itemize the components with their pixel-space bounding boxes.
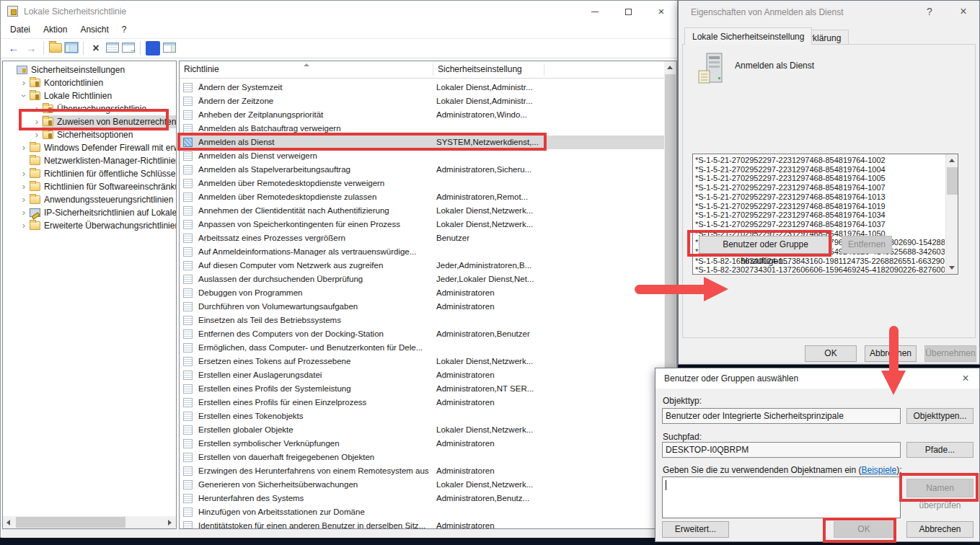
policy-row[interactable]: Hinzufügen von Arbeitsstationen zur Domä… — [180, 505, 664, 519]
chevron-right-icon[interactable]: › — [19, 76, 29, 89]
help-icon[interactable] — [146, 41, 160, 56]
menu-item-datei[interactable]: Datei — [4, 22, 37, 37]
ok-button[interactable]: OK — [805, 345, 857, 362]
tree-item[interactable]: Sicherheitseinstellungen — [3, 63, 176, 76]
policy-row[interactable]: Anmelden als StapelverarbeitungsauftragA… — [180, 163, 664, 177]
policy-row[interactable]: Ändern der ZeitzoneLokaler Dienst,Admini… — [180, 94, 664, 108]
scroll-up-button[interactable] — [946, 154, 958, 167]
policy-row[interactable]: Ändern der SystemzeitLokaler Dienst,Admi… — [180, 81, 664, 94]
close-button[interactable]: × — [955, 368, 976, 389]
sid-item[interactable]: *S-1-5-21-2702952297-2231297468-85481976… — [695, 183, 945, 192]
paths-button[interactable]: Pfade... — [906, 442, 974, 458]
minimize-button[interactable] — [578, 1, 612, 22]
policy-row[interactable]: Erstellen eines Tokenobjekts — [180, 409, 664, 423]
remove-button[interactable]: Entfernen — [842, 236, 892, 254]
back-icon[interactable]: ← — [6, 41, 21, 56]
sid-item[interactable]: *S-1-5-21-2702952297-2231297468-85481976… — [695, 202, 945, 211]
policy-row[interactable]: Ermöglichen, dass Computer- und Benutzer… — [180, 341, 664, 355]
chevron-down-icon[interactable]: › — [17, 91, 30, 101]
policy-row[interactable]: Anheben der ZeitplanungsprioritätAdminis… — [180, 108, 664, 122]
sid-item[interactable]: *S-1-5-82-2302734301-1372606606-15964692… — [695, 265, 945, 274]
policy-row[interactable]: Auf diesen Computer vom Netzwerk aus zug… — [180, 259, 664, 272]
menu-item-help[interactable]: ? — [115, 22, 133, 37]
help-button[interactable]: ? — [919, 1, 940, 22]
policy-row[interactable]: Anpassen von Speicherkontingenten für ei… — [180, 218, 664, 231]
sid-item[interactable]: *S-1-5-21-2702952297-2231297468-85481976… — [695, 156, 945, 165]
policy-row[interactable]: Erzwingen des Herunterfahrens von einem … — [180, 464, 664, 478]
column-divider[interactable] — [433, 63, 433, 76]
chevron-right-icon[interactable]: › — [19, 141, 29, 154]
policy-row[interactable]: Auslassen der durchsuchenden Überprüfung… — [180, 272, 664, 286]
forward-icon[interactable]: → — [24, 41, 38, 56]
cancel-button[interactable]: Abbrechen — [906, 521, 974, 538]
sid-item[interactable]: *S-1-5-21-2702952297-2231297468-85481976… — [695, 220, 945, 229]
tree-item[interactable]: ›Windows Defender Firewall mit erweit — [3, 141, 176, 154]
sid-item[interactable]: *S-1-5-21-2702952297-2231297468-85481976… — [695, 211, 945, 220]
policy-row[interactable]: Erstellen eines Profils der Systemleistu… — [180, 382, 664, 396]
policy-row[interactable]: Annehmen der Clientidentität nach Authen… — [180, 204, 664, 218]
scroll-left-button[interactable] — [3, 516, 15, 528]
policy-row[interactable]: Debuggen von ProgrammenAdministratoren — [180, 286, 664, 300]
tree-item[interactable]: Netzwerklisten-Manager-Richtlinien — [3, 154, 176, 167]
console-tree-icon[interactable] — [65, 43, 78, 53]
policy-row[interactable]: Auf Anmeldeinformations-Manager als vert… — [180, 245, 664, 259]
tree-item[interactable]: ›IP-Sicherheitsrichtlinien auf Lokaler C — [3, 206, 176, 219]
policy-row[interactable]: Anmelden über Remotedesktopdienste zulas… — [180, 190, 664, 204]
chevron-right-icon[interactable]: › — [19, 167, 29, 180]
export-list-icon[interactable] — [122, 43, 135, 53]
policy-row[interactable]: Durchführen von VolumewartungsaufgabenAd… — [180, 300, 664, 314]
scrollbar-thumb[interactable] — [16, 517, 125, 528]
tree-item[interactable]: ›Richtlinien für öffentliche Schlüssel — [3, 167, 176, 180]
object-types-button[interactable]: Objekttypen... — [906, 408, 974, 424]
sid-item[interactable]: *S-1-5-21-2702952297-2231297468-85481976… — [695, 174, 945, 183]
policy-row[interactable]: Erstellen einer AuslagerungsdateiAdminis… — [180, 368, 664, 382]
chevron-right-icon[interactable]: › — [19, 180, 29, 193]
policy-row[interactable]: Erstellen eines Profils für einen Einzel… — [180, 396, 664, 409]
tree-item[interactable]: ›Kontorichtlinien — [3, 76, 176, 89]
policy-row[interactable]: Arbeitssatz eines Prozesses vergrößernBe… — [180, 231, 664, 245]
policy-row[interactable]: Entfernen des Computers von der Docking-… — [180, 327, 664, 341]
tree-item[interactable]: ›Lokale Richtlinien — [3, 89, 176, 102]
sid-item[interactable]: *S-1-5-21-2702952297-2231297468-85481976… — [695, 165, 945, 174]
policy-row[interactable]: Erstellen symbolischer VerknüpfungenAdmi… — [180, 437, 664, 451]
tree-item[interactable]: ›Anwendungssteuerungsrichtlinien — [3, 193, 176, 206]
chevron-right-icon[interactable]: › — [19, 206, 29, 219]
column-header-setting[interactable]: Sicherheitseinstellung — [438, 64, 522, 74]
properties-icon[interactable] — [106, 43, 119, 53]
apply-button[interactable]: Übernehmen — [924, 345, 976, 362]
policy-row[interactable]: Generieren von SicherheitsüberwachungenL… — [180, 478, 664, 492]
scroll-up-button[interactable] — [664, 61, 676, 74]
policy-row[interactable]: Anmelden als Dienst verweigern — [180, 149, 664, 163]
tab-local-security-setting[interactable]: Lokale Sicherheitseinstellung — [684, 27, 812, 45]
policy-row[interactable]: Einsetzen als Teil des Betriebssystems — [180, 314, 664, 327]
policy-row[interactable]: Herunterfahren des SystemsAdministratore… — [180, 492, 664, 505]
column-divider[interactable] — [544, 63, 544, 76]
export-icon[interactable] — [49, 43, 62, 53]
sid-item[interactable]: *S-1-5-21-2702952297-2231297468-85481976… — [695, 192, 945, 202]
object-names-input[interactable] — [662, 477, 901, 518]
policy-row[interactable]: Erstellen von dauerhaft freigegebenen Ob… — [180, 451, 664, 464]
scroll-right-button[interactable] — [164, 516, 176, 528]
examples-link[interactable]: Beispiele — [862, 465, 897, 475]
menu-item-ansicht[interactable]: Ansicht — [74, 22, 115, 37]
policy-row[interactable]: Erstellen globaler ObjekteLokaler Dienst… — [180, 423, 664, 437]
chevron-right-icon[interactable]: › — [19, 219, 29, 232]
menu-item-aktion[interactable]: Aktion — [37, 22, 74, 37]
tree-item[interactable]: ›Erweiterte Überwachungsrichtlinienko — [3, 219, 176, 232]
sid-item[interactable]: *S-1-5-82-1656340024-1573843160-19811247… — [695, 257, 945, 266]
chevron-right-icon[interactable]: › — [19, 193, 29, 206]
policy-row[interactable]: Identitätstoken für einen anderen Benutz… — [180, 519, 664, 529]
maximize-button[interactable] — [612, 1, 645, 22]
scroll-down-button[interactable] — [946, 262, 958, 274]
advanced-button[interactable]: Erweitert... — [662, 521, 729, 538]
close-button[interactable]: × — [953, 1, 974, 22]
close-button[interactable]: × — [645, 1, 678, 22]
policy-row[interactable]: Anmelden über Remotedesktopdienste verwe… — [180, 177, 664, 190]
tree-item[interactable]: ›Richtlinien für Softwareeinschränkung — [3, 180, 176, 193]
scrollbar-thumb[interactable] — [665, 74, 676, 384]
action-pane-icon[interactable] — [163, 43, 176, 53]
delete-icon[interactable]: × — [89, 41, 103, 56]
column-header-policy[interactable]: Richtlinie — [184, 64, 219, 74]
scrollbar-thumb[interactable] — [947, 167, 958, 195]
policy-row[interactable]: Ersetzen eines Tokens auf ProzessebeneLo… — [180, 355, 664, 368]
